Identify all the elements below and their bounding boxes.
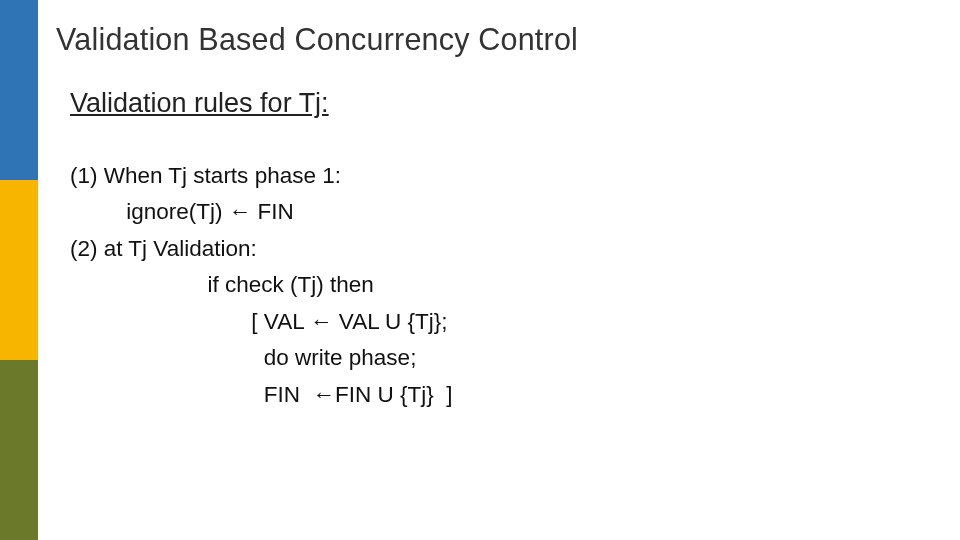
sidebar-olive [0,360,38,540]
rule-line: if check (Tj) then [70,267,453,303]
slide-title: Validation Based Concurrency Control [56,22,578,57]
rule-line: ignore(Tj) ← FIN [70,194,453,230]
rule-line: (2) at Tj Validation: [70,231,453,267]
sidebar-accent [0,0,38,540]
slide-subtitle: Validation rules for Tj: [70,88,329,119]
rule-line: [ VAL ← VAL U {Tj}; [70,304,453,340]
sidebar-yellow [0,180,38,360]
rule-line: FIN ←FIN U {Tj} ] [70,377,453,413]
sidebar-blue [0,0,38,180]
rule-line: (1) When Tj starts phase 1: [70,158,453,194]
rule-line: do write phase; [70,340,453,376]
rules-body: (1) When Tj starts phase 1: ignore(Tj) ←… [70,158,453,413]
